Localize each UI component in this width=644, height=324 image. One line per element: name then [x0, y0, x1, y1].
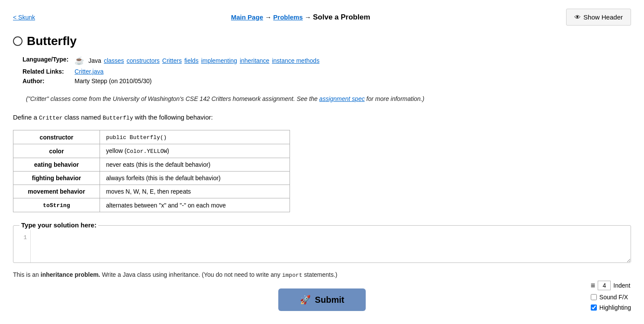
problem-statement: Define a Critter class named Butterfly w…: [13, 112, 631, 123]
meta-language-row: Language/Type: ☕ Java classes constructo…: [23, 55, 319, 66]
submit-button[interactable]: 🚀 Submit: [278, 288, 366, 311]
tag-classes[interactable]: classes: [104, 57, 124, 64]
statement3-text: with the following behavior:: [135, 113, 213, 121]
meta-author-label: Author:: [23, 77, 74, 85]
tag-implementing[interactable]: implementing: [201, 57, 237, 64]
sound-fx-checkbox[interactable]: [591, 294, 597, 300]
description-suffix: for more information.): [365, 95, 425, 102]
solution-textarea-wrapper: 1: [13, 226, 631, 262]
statement2-text: class named: [64, 113, 101, 121]
description-block: ("Critter" classes come from the Univers…: [26, 94, 618, 104]
top-nav: < Skunk Main Page → Problems → Solve a P…: [13, 9, 631, 26]
table-cell-value: alternates between "x" and "-" on each m…: [100, 198, 290, 212]
table-cell-value: never eats (this is the default behavior…: [100, 158, 290, 172]
line-number-1: 1: [23, 234, 27, 241]
tag-critters[interactable]: Critters: [162, 57, 182, 64]
show-header-button[interactable]: 👁 Show Header: [566, 9, 631, 26]
table-cell-label: constructor: [13, 130, 100, 144]
meta-language-label: Language/Type:: [23, 55, 74, 66]
sound-fx-row: Sound F/X: [591, 294, 628, 301]
show-header-label: Show Header: [583, 13, 623, 21]
title-area: Butterfly: [13, 34, 631, 48]
submit-row: 🚀 Submit: [13, 288, 631, 311]
critter-code: Critter: [39, 115, 63, 121]
title-circle-icon: [13, 36, 23, 46]
critter-java-link[interactable]: Critter.java: [74, 68, 103, 75]
tag-instance-methods[interactable]: instance methods: [272, 57, 319, 64]
bottom-controls: ≡ 4 Indent Sound F/X Highlighting: [591, 281, 631, 311]
assignment-spec-link[interactable]: assignment spec: [319, 95, 365, 102]
arrow2: →: [305, 13, 313, 21]
meta-table: Language/Type: ☕ Java classes constructo…: [22, 54, 320, 86]
meta-language-value: ☕ Java classes constructors Critters fie…: [74, 55, 319, 66]
table-row: fighting behavior always forfeits (this …: [13, 172, 290, 185]
highlighting-checkbox[interactable]: [591, 305, 597, 311]
table-row: eating behavior never eats (this is the …: [13, 158, 290, 172]
table-cell-label: movement behavior: [13, 185, 100, 198]
submit-icon: 🚀: [300, 295, 311, 305]
note-bold: inheritance problem.: [41, 271, 100, 278]
highlighting-label: Highlighting: [599, 304, 631, 311]
meta-author-value: Marty Stepp (on 2010/05/30): [74, 77, 319, 85]
back-link[interactable]: < Skunk: [13, 14, 35, 21]
behavior-table: constructor public Butterfly() color yel…: [13, 130, 290, 212]
import-code: import: [282, 272, 303, 279]
tag-fields[interactable]: fields: [184, 57, 199, 64]
table-row: movement behavior moves N, W, N, E, then…: [13, 185, 290, 198]
indent-value: 4: [598, 281, 611, 290]
table-cell-label: eating behavior: [13, 158, 100, 172]
note-suffix: Write a Java class using inheritance. (Y…: [100, 271, 282, 278]
arrow1: →: [265, 13, 273, 21]
solution-textarea[interactable]: [31, 230, 631, 262]
breadcrumb-current: Solve a Problem: [313, 13, 370, 21]
statement-define: Define a: [13, 113, 37, 121]
eye-icon: 👁: [574, 13, 581, 21]
page-title: Butterfly: [27, 34, 77, 48]
table-cell-value: moves N, W, N, E, then repeats: [100, 185, 290, 198]
highlighting-row: Highlighting: [591, 304, 631, 311]
submit-label: Submit: [315, 295, 345, 305]
table-row: toString alternates between "x" and "-" …: [13, 198, 290, 212]
indent-icon: ≡: [591, 281, 596, 290]
solution-section: Type your solution here: 1: [13, 225, 631, 263]
inheritance-note: This is an inheritance problem. Write a …: [13, 270, 631, 280]
table-cell-value: yellow (Color.YELLOW): [100, 144, 290, 158]
table-cell-label: fighting behavior: [13, 172, 100, 185]
table-cell-value: always forfeits (this is the default beh…: [100, 172, 290, 185]
sound-fx-label: Sound F/X: [599, 294, 628, 301]
table-row: color yellow (Color.YELLOW): [13, 144, 290, 158]
butterfly-code: Butterfly: [103, 115, 133, 121]
note-suffix2: statements.): [303, 271, 338, 278]
description-prefix: ("Critter" classes come from the Univers…: [26, 95, 319, 102]
note-prefix: This is an: [13, 271, 41, 278]
java-icon: ☕: [74, 56, 84, 65]
meta-related-value: Critter.java: [74, 67, 319, 76]
meta-related-row: Related Links: Critter.java: [23, 67, 319, 76]
table-row: constructor public Butterfly(): [13, 130, 290, 144]
table-cell-label: toString: [13, 198, 100, 212]
meta-related-label: Related Links:: [23, 67, 74, 76]
line-numbers: 1: [13, 230, 31, 262]
breadcrumb-problems[interactable]: Problems: [273, 13, 303, 21]
indent-label: Indent: [613, 282, 630, 289]
tag-inheritance[interactable]: inheritance: [240, 57, 270, 64]
meta-author-row: Author: Marty Stepp (on 2010/05/30): [23, 77, 319, 85]
language-text: Java: [88, 57, 101, 64]
table-cell-label: color: [13, 144, 100, 158]
indent-control: ≡ 4 Indent: [591, 281, 630, 290]
tag-constructors[interactable]: constructors: [127, 57, 160, 64]
breadcrumb-main[interactable]: Main Page: [231, 13, 263, 21]
breadcrumb: Main Page → Problems → Solve a Problem: [231, 13, 370, 22]
table-cell-value: public Butterfly(): [100, 130, 290, 144]
solution-label: Type your solution here:: [19, 221, 98, 229]
